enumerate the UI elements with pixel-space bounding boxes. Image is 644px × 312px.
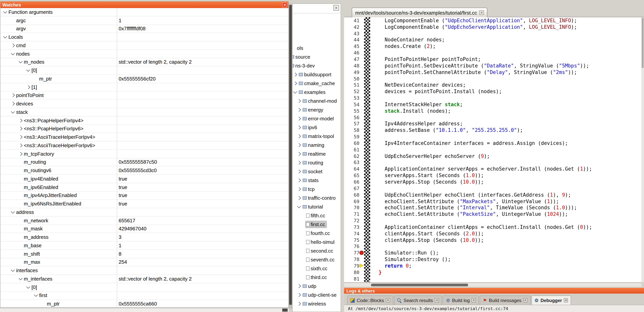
tree-item[interactable]: ipv6 [292, 123, 340, 132]
tree-item[interactable]: naming [292, 141, 340, 150]
breakpoint-margin[interactable] [364, 230, 370, 237]
expander-icon[interactable] [18, 152, 23, 155]
logs-tab-search-results[interactable]: Search results× [394, 296, 442, 305]
tree-item[interactable]: udp [292, 282, 340, 291]
breakpoint-margin[interactable] [364, 95, 370, 101]
expander-icon[interactable] [18, 128, 23, 130]
expander-icon[interactable] [296, 179, 301, 182]
tree-item[interactable]: matrix-topol [292, 132, 340, 141]
breakpoint-margin[interactable] [364, 24, 370, 30]
breakpoint-margin[interactable] [364, 140, 370, 147]
code-text[interactable]: LogComponentEnable ("UdpEchoClientApplic… [370, 18, 577, 23]
watch-row[interactable]: m_ipv4ArpJitterEnabledtrue [0, 191, 288, 200]
panel-close-icon[interactable]: × [333, 5, 339, 11]
tree-item[interactable]: buildsupport [292, 70, 340, 79]
breakpoint-margin[interactable] [364, 172, 370, 179]
breakpoint-margin[interactable] [364, 17, 370, 24]
code-text[interactable]: nodes.Create (2); [370, 43, 436, 49]
breakpoint-margin[interactable] [364, 82, 370, 88]
expander-icon[interactable] [296, 303, 301, 305]
breakpoint-margin[interactable] [364, 75, 370, 82]
code-text[interactable]: PointToPointHelper pointToPoint; [370, 56, 481, 62]
watch-row[interactable]: [1] [0, 83, 288, 92]
breakpoint-margin[interactable] [364, 108, 370, 114]
breakpoint-margin[interactable] [364, 192, 370, 198]
expander-icon[interactable] [10, 94, 15, 97]
expander-icon[interactable] [296, 117, 301, 120]
breakpoint-margin[interactable] [364, 49, 370, 56]
code-text[interactable]: InternetStackHelper stack; [370, 102, 463, 107]
breakpoint-margin[interactable] [364, 276, 370, 282]
expander-icon[interactable] [296, 205, 301, 208]
breakpoint-margin[interactable] [364, 88, 370, 95]
tree-item[interactable]: energy [292, 105, 340, 114]
tree-item[interactable]: tcp [292, 185, 340, 193]
watch-row[interactable]: interfaces [0, 267, 288, 275]
breakpoint-margin[interactable] [364, 56, 370, 62]
scrollbar-thumb[interactable] [289, 5, 292, 305]
expander-icon[interactable] [296, 144, 301, 147]
editor-hscrollbar[interactable] [344, 283, 641, 287]
close-icon[interactable]: × [386, 298, 390, 303]
expander-icon[interactable] [296, 161, 301, 164]
logs-tab-build-log[interactable]: ⚙Build log× [443, 296, 479, 305]
tree-item[interactable]: cmake_cache [292, 79, 340, 88]
tree-item[interactable]: fifth.cc [292, 211, 340, 220]
watch-row[interactable]: Locals [0, 33, 288, 42]
watch-row[interactable]: m_ipv6NsRsJitterEnabledtrue [0, 200, 288, 208]
tree-item[interactable]: routing [292, 158, 340, 167]
tree-item[interactable]: examples [292, 88, 340, 97]
code-text[interactable]: address.SetBase ("10.1.1.0", "255.255.25… [370, 128, 523, 133]
code-text[interactable]: Simulator::Destroy (); [370, 256, 451, 262]
code-text[interactable]: UdpEchoServerHelper echoServer (9); [370, 153, 490, 159]
watch-row[interactable]: m_ptr0x55555556cf20 [0, 75, 288, 83]
watch-row[interactable]: pointToPoint [0, 91, 288, 100]
expander-icon[interactable] [18, 136, 23, 138]
code-text[interactable]: NodeContainer nodes; [370, 37, 445, 43]
expander-icon[interactable] [26, 286, 30, 289]
tree-item[interactable]: realtime [292, 150, 340, 158]
expander-icon[interactable] [26, 69, 30, 72]
expander-icon[interactable] [296, 126, 301, 129]
tree-item[interactable]: stats [292, 176, 340, 185]
tree-item[interactable]: sixth.cc [292, 264, 340, 273]
watch-row[interactable]: m_tcpFactory [0, 150, 288, 158]
tree-item[interactable]: wireless [292, 299, 340, 308]
expander-icon[interactable] [296, 109, 301, 111]
close-icon[interactable]: × [472, 298, 476, 303]
watch-row[interactable]: argc1 [0, 16, 288, 25]
breakpoint-margin[interactable] [364, 224, 370, 230]
breakpoint-margin[interactable] [364, 204, 370, 211]
watch-row[interactable]: devices [0, 100, 288, 108]
expander-icon[interactable] [296, 135, 301, 138]
expander-icon[interactable] [296, 100, 301, 102]
tree-item[interactable]: source [292, 52, 340, 61]
code-text[interactable]: Ipv4AddressHelper address; [370, 121, 463, 127]
tree-item[interactable]: socket [292, 167, 340, 176]
watch-row[interactable]: <ns3::PcapHelperForIpv6> [0, 125, 288, 133]
editor-vscrollbar[interactable] [641, 17, 644, 282]
breakpoint-margin[interactable] [364, 37, 370, 43]
breakpoint-margin[interactable] [364, 69, 370, 76]
watch-row[interactable]: m_shift8 [0, 250, 288, 258]
scrollbar-thumb[interactable] [282, 309, 288, 312]
watch-row[interactable]: [0] [0, 66, 288, 75]
breakpoint-margin[interactable] [364, 43, 370, 50]
watch-row[interactable]: argv0x7fffffffdf08 [0, 25, 288, 33]
code-text[interactable]: Ipv4InterfaceContainer interfaces = addr… [370, 140, 568, 146]
close-icon[interactable]: × [564, 298, 568, 303]
watch-row[interactable]: m_routing0x555555587c50 [0, 158, 288, 166]
breakpoint-margin[interactable] [364, 30, 370, 37]
breakpoint-margin[interactable] [364, 133, 370, 140]
code-text[interactable]: LogComponentEnable ("UdpEchoServerApplic… [370, 24, 577, 30]
code-text[interactable]: serverApps.Start (Seconds (1.0)); [370, 172, 484, 178]
code-text[interactable]: return 0; [370, 263, 412, 269]
expander-icon[interactable] [18, 144, 23, 147]
expander-icon[interactable] [18, 119, 23, 122]
tree-item[interactable]: udp-client-se [292, 291, 340, 299]
code-text[interactable]: devices = pointToPoint.Install (nodes); [370, 89, 502, 94]
code-text[interactable]: NetDeviceContainer devices; [370, 82, 466, 88]
code-text[interactable]: echoClient.SetAttribute ("Interval", Tim… [370, 205, 577, 211]
code-text[interactable]: ApplicationContainer serverApps = echoSe… [370, 166, 592, 172]
watch-row[interactable]: m_ipv4Enabledtrue [0, 175, 288, 183]
